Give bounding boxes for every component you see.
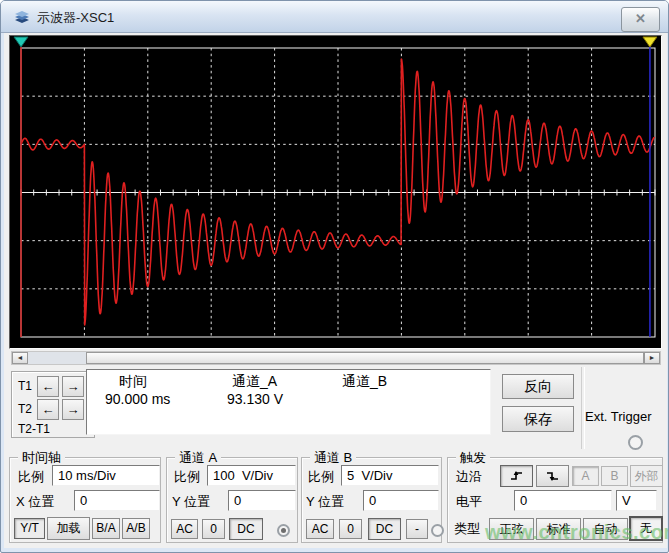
ab-mode-button[interactable]: A/B — [122, 518, 150, 539]
rising-edge-button[interactable] — [500, 465, 533, 487]
t1-left-button[interactable]: ← — [37, 376, 59, 397]
trigger-level-input[interactable]: 0 — [514, 490, 612, 511]
ext-trigger-label: Ext. Trigger — [585, 409, 651, 424]
channel-a-ypos-input[interactable]: 0 — [228, 490, 296, 511]
close-button[interactable]: ✕ — [621, 7, 660, 32]
window-title: 示波器-XSC1 — [37, 9, 114, 27]
time-scrollbar[interactable]: ◄ ► — [11, 351, 661, 365]
channel-a-scale-label: 比例 — [174, 468, 200, 486]
scope-display — [9, 35, 662, 349]
scroll-left-button[interactable]: ◄ — [12, 352, 28, 364]
timebase-group: 时间轴 比例 10 ms/Div X 位置 0 Y/T 加载 B/A A/B — [9, 457, 161, 543]
trigger-source-a-button[interactable]: A — [572, 466, 599, 486]
channel-b-group: 通道 B 比例 5 V/Div Y 位置 0 AC 0 DC - — [301, 457, 442, 543]
timebase-xpos-label: X 位置 — [16, 493, 54, 511]
falling-edge-icon — [546, 470, 560, 482]
measurement-readout: 时间 通道_A 通道_B 90.000 ms 93.130 V — [86, 369, 491, 435]
falling-edge-button[interactable] — [536, 465, 569, 487]
trigger-source-b-button[interactable]: B — [601, 466, 628, 486]
trigger-source-ext-button[interactable]: 外部 — [630, 465, 663, 487]
t2-left-button[interactable]: ← — [37, 399, 59, 420]
save-button[interactable]: 保存 — [502, 406, 574, 432]
scroll-right-button[interactable]: ► — [644, 352, 660, 364]
channel-b-ypos-label: Y 位置 — [306, 493, 344, 511]
channel-b-minus-button[interactable]: - — [406, 519, 428, 539]
cursor-1-handle-icon[interactable] — [14, 37, 28, 47]
timebase-xpos-input[interactable]: 0 — [74, 490, 160, 511]
trigger-level-label: 电平 — [456, 493, 482, 511]
timebase-scale-label: 比例 — [18, 468, 44, 486]
channel-b-scale-input[interactable]: 5 V/Div — [341, 465, 439, 486]
channel-a-trigger-radio[interactable] — [277, 524, 290, 537]
scrollbar-thumb[interactable] — [86, 352, 644, 364]
title-bar[interactable]: 示波器-XSC1 ✕ — [1, 1, 668, 33]
add-mode-button[interactable]: 加载 — [47, 517, 90, 540]
t1-right-button[interactable]: → — [62, 376, 84, 397]
rising-edge-icon — [510, 470, 524, 482]
scrollbar-track[interactable] — [28, 352, 86, 364]
channel-b-zero-button[interactable]: 0 — [339, 519, 362, 539]
cursor-nav-panel: T1 ← → T2 ← → T2-T1 — [11, 371, 95, 438]
channel-b-scale-label: 比例 — [308, 468, 334, 486]
oscilloscope-window: 示波器-XSC1 ✕ ◄ ► T1 ← → T2 ← → T2-T1 时间 通道… — [0, 0, 669, 553]
reverse-button[interactable]: 反向 — [502, 374, 574, 399]
t2-right-button[interactable]: → — [62, 399, 84, 420]
readout-header-channel-a: 通道_A — [232, 373, 277, 391]
trigger-type-normal-button[interactable]: 标准 — [536, 518, 581, 540]
trigger-type-label: 类型 — [454, 520, 480, 538]
channel-a-group: 通道 A 比例 100 V/Div Y 位置 0 AC 0 DC — [166, 457, 298, 543]
t1-label: T1 — [18, 379, 32, 393]
channel-b-ypos-input[interactable]: 0 — [363, 490, 439, 511]
channel-a-ypos-label: Y 位置 — [172, 493, 210, 511]
yt-mode-button[interactable]: Y/T — [14, 518, 45, 539]
divider — [581, 367, 585, 449]
t2-t1-label: T2-T1 — [18, 422, 50, 436]
ba-mode-button[interactable]: B/A — [92, 518, 120, 539]
trigger-group: 触发 边沿 A B 外部 电平 0 V 类型 正弦 标准 自动 无 — [447, 457, 663, 543]
trigger-type-auto-button[interactable]: 自动 — [583, 518, 628, 540]
readout-header-time: 时间 — [119, 373, 147, 391]
readout-header-channel-b: 通道_B — [342, 373, 387, 391]
t1-time-value: 90.000 ms — [105, 391, 170, 407]
channel-a-scale-input[interactable]: 100 V/Div — [207, 465, 296, 486]
ext-trigger-terminal-icon[interactable] — [628, 435, 643, 450]
trigger-level-unit-select[interactable]: V — [616, 490, 657, 511]
channel-a-ac-button[interactable]: AC — [171, 519, 198, 539]
cursor-2-handle-icon[interactable] — [643, 37, 657, 47]
timebase-scale-input[interactable]: 10 ms/Div — [52, 465, 160, 486]
trigger-edge-label: 边沿 — [456, 468, 482, 486]
channel-b-trigger-radio[interactable] — [431, 524, 444, 537]
trigger-type-none-button[interactable]: 无 — [629, 516, 663, 541]
trigger-type-sine-button[interactable]: 正弦 — [489, 518, 534, 540]
t1-channel-a-value: 93.130 V — [227, 391, 283, 407]
oscilloscope-icon — [13, 9, 31, 24]
trigger-title: 触发 — [456, 449, 490, 467]
channel-a-zero-button[interactable]: 0 — [202, 519, 225, 539]
channel-a-dc-button[interactable]: DC — [229, 518, 263, 540]
t2-label: T2 — [18, 402, 32, 416]
scope-screen — [10, 36, 661, 348]
channel-b-dc-button[interactable]: DC — [368, 518, 401, 540]
channel-b-ac-button[interactable]: AC — [306, 519, 334, 539]
